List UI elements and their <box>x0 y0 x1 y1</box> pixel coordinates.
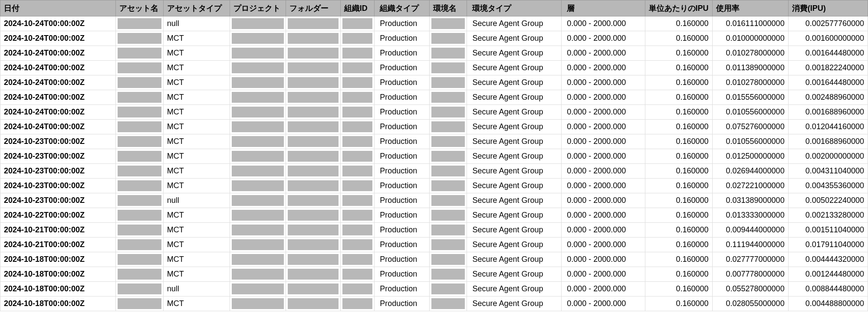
cell-org-type: Production <box>375 252 430 267</box>
cell-project <box>230 31 286 46</box>
cell-consumption: 0.008844480000 <box>788 282 868 296</box>
table-row[interactable]: 2024-10-23T00:00:00ZMCTProductionSecure … <box>0 134 868 149</box>
cell-env-type: Secure Agent Group <box>467 296 562 311</box>
cell-org-id <box>340 179 374 193</box>
cell-asset-type: null <box>163 193 230 208</box>
cell-tier: 0.000 - 2000.000 <box>562 282 645 296</box>
cell-usage: 0.016111000000 <box>712 16 788 31</box>
header-env-name[interactable]: 環境名 <box>429 0 467 16</box>
cell-ipu-per-unit: 0.160000 <box>645 120 712 134</box>
cell-tier: 0.000 - 2000.000 <box>562 252 645 267</box>
cell-project <box>230 282 286 296</box>
header-asset-type[interactable]: アセットタイプ <box>163 0 230 16</box>
table-row[interactable]: 2024-10-24T00:00:00ZMCTProductionSecure … <box>0 61 868 75</box>
table-row[interactable]: 2024-10-18T00:00:00ZMCTProductionSecure … <box>0 252 868 267</box>
cell-consumption: 0.005022240000 <box>788 193 868 208</box>
cell-project <box>230 149 286 164</box>
table-row[interactable]: 2024-10-24T00:00:00ZMCTProductionSecure … <box>0 46 868 61</box>
cell-ipu-per-unit: 0.160000 <box>645 90 712 105</box>
data-table: 日付 アセット名 アセットタイプ プロジェクト フォルダー 組織ID 組織タイプ… <box>0 0 868 311</box>
cell-env-name <box>429 296 467 311</box>
cell-project <box>230 238 286 252</box>
cell-ipu-per-unit: 0.160000 <box>645 134 712 149</box>
header-ipu-per-unit[interactable]: 単位あたりのIPU <box>645 0 712 16</box>
cell-env-type: Secure Agent Group <box>467 90 562 105</box>
table-row[interactable]: 2024-10-18T00:00:00ZnullProductionSecure… <box>0 282 868 296</box>
cell-asset-name <box>116 193 163 208</box>
cell-org-type: Production <box>375 164 430 179</box>
cell-asset-type: MCT <box>163 90 230 105</box>
cell-env-name <box>429 179 467 193</box>
cell-env-name <box>429 223 467 238</box>
cell-folder <box>286 238 340 252</box>
cell-folder <box>286 149 340 164</box>
cell-org-id <box>340 164 374 179</box>
cell-env-name <box>429 267 467 282</box>
table-row[interactable]: 2024-10-21T00:00:00ZMCTProductionSecure … <box>0 238 868 252</box>
cell-folder <box>286 46 340 61</box>
table-row[interactable]: 2024-10-21T00:00:00ZMCTProductionSecure … <box>0 223 868 238</box>
cell-folder <box>286 16 340 31</box>
cell-asset-type: MCT <box>163 149 230 164</box>
header-date[interactable]: 日付 <box>0 0 116 16</box>
table-row[interactable]: 2024-10-24T00:00:00ZMCTProductionSecure … <box>0 105 868 120</box>
table-row[interactable]: 2024-10-24T00:00:00ZMCTProductionSecure … <box>0 120 868 134</box>
table-row[interactable]: 2024-10-23T00:00:00ZMCTProductionSecure … <box>0 179 868 193</box>
table-row[interactable]: 2024-10-24T00:00:00ZMCTProductionSecure … <box>0 75 868 90</box>
table-row[interactable]: 2024-10-23T00:00:00ZMCTProductionSecure … <box>0 164 868 179</box>
cell-folder <box>286 120 340 134</box>
cell-tier: 0.000 - 2000.000 <box>562 75 645 90</box>
cell-asset-name <box>116 252 163 267</box>
cell-consumption: 0.004444320000 <box>788 252 868 267</box>
table-row[interactable]: 2024-10-23T00:00:00ZnullProductionSecure… <box>0 193 868 208</box>
header-tier[interactable]: 層 <box>562 0 645 16</box>
cell-env-name <box>429 61 467 75</box>
cell-folder <box>286 296 340 311</box>
header-project[interactable]: プロジェクト <box>230 0 286 16</box>
cell-asset-type: null <box>163 16 230 31</box>
cell-tier: 0.000 - 2000.000 <box>562 164 645 179</box>
cell-asset-name <box>116 134 163 149</box>
cell-org-type: Production <box>375 282 430 296</box>
cell-tier: 0.000 - 2000.000 <box>562 179 645 193</box>
cell-org-id <box>340 223 374 238</box>
cell-date: 2024-10-24T00:00:00Z <box>0 61 116 75</box>
cell-asset-name <box>116 296 163 311</box>
table-row[interactable]: 2024-10-18T00:00:00ZMCTProductionSecure … <box>0 296 868 311</box>
cell-org-id <box>340 208 374 223</box>
header-usage[interactable]: 使用率 <box>712 0 788 16</box>
cell-env-name <box>429 75 467 90</box>
cell-ipu-per-unit: 0.160000 <box>645 31 712 46</box>
cell-org-id <box>340 46 374 61</box>
cell-project <box>230 164 286 179</box>
cell-consumption: 0.002488960000 <box>788 90 868 105</box>
header-folder[interactable]: フォルダー <box>286 0 340 16</box>
cell-org-id <box>340 134 374 149</box>
cell-ipu-per-unit: 0.160000 <box>645 252 712 267</box>
table-header-row: 日付 アセット名 アセットタイプ プロジェクト フォルダー 組織ID 組織タイプ… <box>0 0 868 16</box>
cell-org-id <box>340 193 374 208</box>
table-row[interactable]: 2024-10-18T00:00:00ZMCTProductionSecure … <box>0 267 868 282</box>
cell-asset-name <box>116 179 163 193</box>
header-org-type[interactable]: 組織タイプ <box>375 0 430 16</box>
table-row[interactable]: 2024-10-24T00:00:00ZnullProductionSecure… <box>0 16 868 31</box>
cell-date: 2024-10-18T00:00:00Z <box>0 252 116 267</box>
cell-env-name <box>429 46 467 61</box>
cell-asset-name <box>116 75 163 90</box>
header-org-id[interactable]: 組織ID <box>340 0 374 16</box>
cell-usage: 0.009444000000 <box>712 223 788 238</box>
header-env-type[interactable]: 環境タイプ <box>467 0 562 16</box>
cell-env-name <box>429 164 467 179</box>
header-consumption[interactable]: 消費(IPU) <box>788 0 868 16</box>
cell-org-id <box>340 90 374 105</box>
table-row[interactable]: 2024-10-22T00:00:00ZMCTProductionSecure … <box>0 208 868 223</box>
cell-env-type: Secure Agent Group <box>467 149 562 164</box>
table-row[interactable]: 2024-10-23T00:00:00ZMCTProductionSecure … <box>0 149 868 164</box>
cell-org-type: Production <box>375 179 430 193</box>
table-row[interactable]: 2024-10-24T00:00:00ZMCTProductionSecure … <box>0 31 868 46</box>
cell-consumption: 0.001644480000 <box>788 46 868 61</box>
cell-tier: 0.000 - 2000.000 <box>562 238 645 252</box>
header-asset-name[interactable]: アセット名 <box>116 0 163 16</box>
table-row[interactable]: 2024-10-24T00:00:00ZMCTProductionSecure … <box>0 90 868 105</box>
cell-date: 2024-10-24T00:00:00Z <box>0 105 116 120</box>
